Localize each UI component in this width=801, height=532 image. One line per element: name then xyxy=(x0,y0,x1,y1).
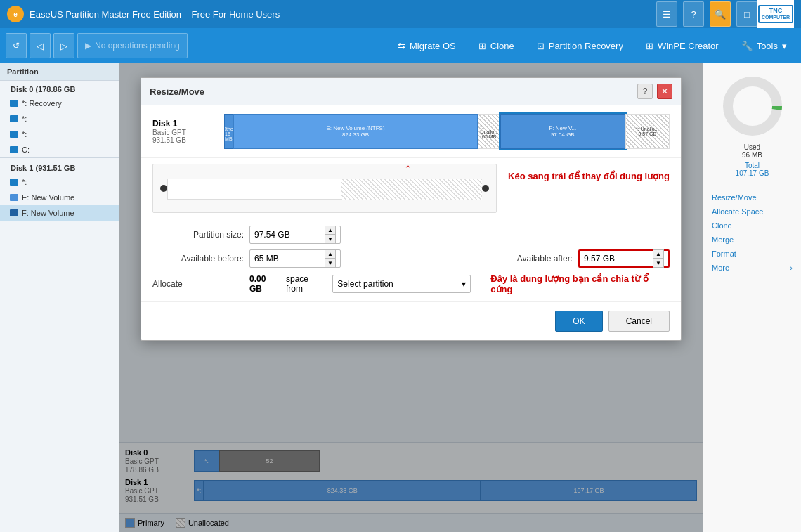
modal-disk-partitions: *: (Other) 16 MB E: New Volume (NTFS) 82… xyxy=(224,114,670,149)
right-panel-stats: Used 96 MB Total 107.17 GB xyxy=(712,143,793,177)
modal-part-e[interactable]: E: New Volume (NTFS) 824.33 GB xyxy=(233,114,478,149)
partition-icon5 xyxy=(10,179,18,186)
available-after-input[interactable]: 9.57 GB ▲ ▼ xyxy=(578,249,670,268)
winpe-creator-btn[interactable]: ⊞ WinPE Creator xyxy=(637,33,727,58)
available-before-down[interactable]: ▼ xyxy=(325,259,336,268)
resize-modal: Resize/Move ? ✕ Disk 1 Basic GPT 931.51 … xyxy=(141,77,682,341)
modal-part-unalloc2[interactable]: *: Unallo... 9.57 GB xyxy=(625,114,670,149)
sidebar-item-star1[interactable]: *: xyxy=(0,111,119,126)
annotation-storage: Đây là dung lượng bạn cần chia từ ổ cứng xyxy=(490,273,648,294)
total-value: 107.17 GB xyxy=(712,169,793,177)
available-before-input[interactable]: 65 MB ▲ ▼ xyxy=(249,249,341,268)
settings-btn[interactable]: □ xyxy=(736,1,757,27)
available-after-label: Available after: xyxy=(517,254,573,264)
used-label: Used xyxy=(712,143,793,151)
clone-icon: ⊞ xyxy=(478,41,486,51)
right-panel-action-resize[interactable]: Resize/Move xyxy=(703,190,801,205)
tools-chevron: ▾ xyxy=(782,41,787,51)
form-row-available-before: Available before: 65 MB ▲ ▼ Available af… xyxy=(152,249,670,268)
right-panel-donut xyxy=(721,74,784,138)
hamburger-btn[interactable]: ☰ xyxy=(656,1,677,27)
cancel-button[interactable]: Cancel xyxy=(608,311,670,332)
sidebar-item-recovery[interactable]: *: Recovery xyxy=(0,96,119,111)
slider-annotation-row: ↑ Kéo sang trái để thay đổi dung lượng xyxy=(141,158,681,219)
allocate-space-label: Allocate Space xyxy=(712,207,763,216)
sidebar-disk1-label[interactable]: Disk 1 (931.51 GB xyxy=(0,160,119,174)
pending-operations-btn[interactable]: ▶ No operations pending xyxy=(77,33,188,58)
clone-btn[interactable]: ⊞ Clone xyxy=(470,33,523,58)
sidebar-disk0-label[interactable]: Disk 0 (178.86 GB xyxy=(0,81,119,96)
allocate-space-from-label: space from xyxy=(286,274,327,294)
partition-icon3 xyxy=(10,131,18,138)
used-value: 96 MB xyxy=(712,151,793,159)
sidebar-item-e[interactable]: E: New Volume xyxy=(0,190,119,205)
partition-size-input[interactable]: 97.54 GB ▲ ▼ xyxy=(249,226,341,244)
right-panel-action-allocate[interactable]: Allocate Space xyxy=(703,205,801,219)
partition-size-value: 97.54 GB xyxy=(254,230,290,240)
partition-size-up[interactable]: ▲ xyxy=(325,226,336,235)
main-area: Partition Disk 0 (178.86 GB *: Recovery … xyxy=(0,63,801,532)
sidebar-item-star2[interactable]: *: xyxy=(0,126,119,142)
partition-size-spinners: ▲ ▼ xyxy=(325,226,336,244)
available-after-down[interactable]: ▼ xyxy=(653,259,664,268)
select-chevron: ▾ xyxy=(462,279,466,289)
search-icon-btn[interactable]: 🔍 xyxy=(710,1,731,27)
resize-slider[interactable]: ↑ xyxy=(152,164,497,213)
available-before-label: Available before: xyxy=(152,254,244,264)
slider-handle-right[interactable] xyxy=(482,185,489,192)
partition-size-down[interactable]: ▼ xyxy=(325,235,336,244)
sidebar-item-d1-star[interactable]: *: xyxy=(0,174,119,190)
redo-btn[interactable]: ▷ xyxy=(53,33,74,58)
format-label: Format xyxy=(712,249,736,258)
play-icon: ▶ xyxy=(85,41,91,51)
modal-disk-name: Disk 1 xyxy=(152,119,216,129)
available-after-up[interactable]: ▲ xyxy=(653,249,664,259)
right-panel-action-more[interactable]: More › xyxy=(703,261,801,275)
modal-part-f[interactable]: F: New V... 97.54 GB xyxy=(500,114,625,149)
slider-handle-left[interactable] xyxy=(160,185,167,192)
title-bar-controls: ☰ ? 🔍 □ xyxy=(656,1,757,27)
partition-size-label: Partition size: xyxy=(152,230,244,240)
svg-text:e: e xyxy=(13,11,18,18)
toolbar-right: ⇆ Migrate OS ⊞ Clone ⊡ Partition Recover… xyxy=(389,33,795,58)
available-before-up[interactable]: ▲ xyxy=(325,249,336,259)
partition-icon4 xyxy=(10,146,18,153)
recovery-icon: ⊡ xyxy=(537,41,545,51)
migrate-icon: ⇆ xyxy=(398,41,405,51)
modal-disk-row: Disk 1 Basic GPT 931.51 GB *: (Other) 16… xyxy=(141,105,681,158)
right-panel-action-merge[interactable]: Merge xyxy=(703,233,801,247)
modal-part-unalloc1[interactable]: *: Unallo... 65 MB xyxy=(478,114,500,149)
undo-btn[interactable]: ◁ xyxy=(30,33,51,58)
partition-recovery-btn[interactable]: ⊡ Partition Recovery xyxy=(528,33,632,58)
title-bar: e EaseUS Partition Master Free Edition –… xyxy=(0,0,801,28)
tools-btn[interactable]: 🔧 Tools ▾ xyxy=(733,33,795,58)
right-panel-action-clone[interactable]: Clone xyxy=(703,219,801,233)
right-panel-action-format[interactable]: Format xyxy=(703,247,801,261)
sidebar-disk0-group: Disk 0 (178.86 GB *: Recovery *: *: C: xyxy=(0,81,119,158)
help-btn[interactable]: ? xyxy=(683,1,704,27)
form-row-partition-size: Partition size: 97.54 GB ▲ ▼ xyxy=(152,226,670,244)
sidebar-item-f[interactable]: F: New Volume xyxy=(0,205,119,221)
modal-disk-info: Disk 1 Basic GPT 931.51 GB xyxy=(152,119,216,144)
modal-overlay: Resize/Move ? ✕ Disk 1 Basic GPT 931.51 … xyxy=(119,63,703,532)
available-before-value: 65 MB xyxy=(254,254,279,264)
more-label: More xyxy=(712,264,729,272)
modal-close-btn[interactable]: ✕ xyxy=(657,84,672,99)
available-before-spinners: ▲ ▼ xyxy=(325,249,336,268)
annotation2-container: Đây là dung lượng bạn cần chia từ ổ cứng xyxy=(490,273,670,294)
ok-button[interactable]: OK xyxy=(555,311,602,332)
sidebar-item-c[interactable]: C: xyxy=(0,142,119,157)
slider-hatch xyxy=(341,179,482,200)
modal-part-other[interactable]: *: (Other) 16 MB xyxy=(224,114,233,149)
tools-icon: 🔧 xyxy=(741,41,753,51)
more-chevron: › xyxy=(790,264,793,272)
migrate-os-btn[interactable]: ⇆ Migrate OS xyxy=(389,33,464,58)
disk0-name: Disk 0 (178.86 GB xyxy=(11,85,75,93)
modal-help-btn[interactable]: ? xyxy=(637,84,653,99)
partition-icon7 xyxy=(10,209,18,216)
sidebar-header: Partition xyxy=(0,63,119,81)
refresh-btn[interactable]: ↺ xyxy=(6,33,27,58)
pending-label: No operations pending xyxy=(95,41,180,51)
allocate-select[interactable]: Select partition ▾ xyxy=(332,275,471,293)
annotation-drag: Kéo sang trái để thay đổi dung lượng xyxy=(508,171,670,181)
